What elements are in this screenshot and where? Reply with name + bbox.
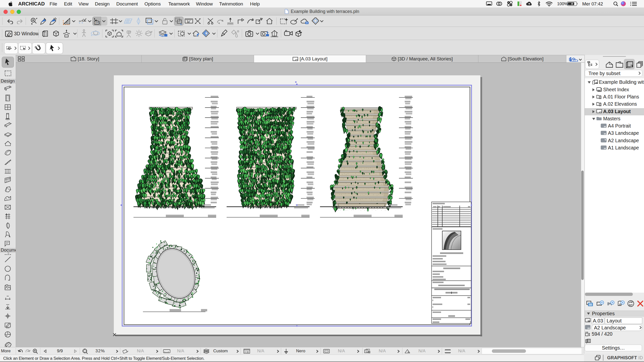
svg-text:XY: XY [95,22,98,24]
svg-text:12: 12 [187,20,190,23]
